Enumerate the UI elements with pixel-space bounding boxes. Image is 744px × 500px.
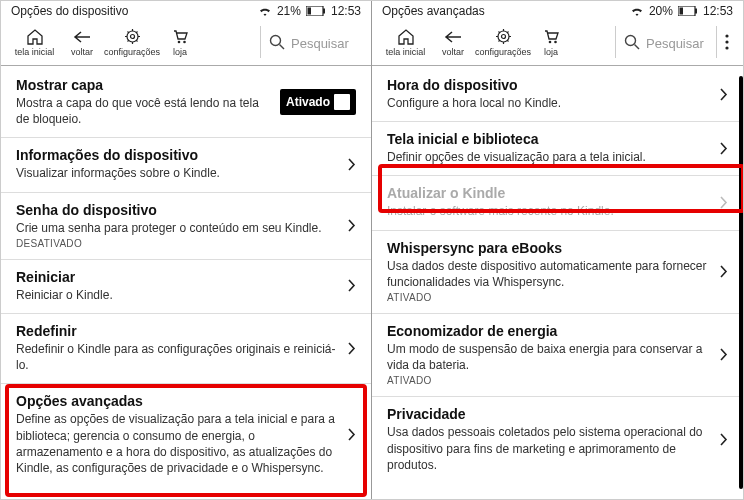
chevron-right-icon <box>347 218 356 233</box>
item-title: Economizador de energia <box>387 323 709 339</box>
svg-rect-9 <box>695 9 697 14</box>
settings-button[interactable]: configurações <box>473 27 533 57</box>
svg-point-5 <box>177 40 180 43</box>
status-title: Opções avançadas <box>382 4 630 18</box>
wifi-icon <box>258 6 272 17</box>
chevron-right-icon <box>719 432 728 447</box>
item-power-saver[interactable]: Economizador de energia Um modo de suspe… <box>372 314 743 397</box>
item-status: ATIVADO <box>387 375 709 386</box>
item-title: Informações do dispositivo <box>16 147 337 163</box>
item-advanced-options[interactable]: Opções avançadas Define as opções de vis… <box>1 384 371 486</box>
chevron-right-icon <box>719 141 728 156</box>
search-input[interactable] <box>646 34 716 51</box>
item-title: Tela inicial e biblioteca <box>387 131 709 147</box>
back-button[interactable]: voltar <box>433 27 473 57</box>
item-desc: Mostra a capa do que você está lendo na … <box>16 95 270 127</box>
toggle-knob <box>334 94 350 110</box>
search-input[interactable] <box>291 34 361 51</box>
item-privacy[interactable]: Privacidade Usa dados pessoais coletados… <box>372 397 743 483</box>
toolbar: tela inicial voltar configurações loja <box>372 21 743 66</box>
item-status: DESATIVADO <box>16 238 337 249</box>
svg-point-4 <box>130 35 134 39</box>
item-update-kindle: Atualizar o Kindle Instalar o software m… <box>372 176 743 230</box>
item-desc: Reiniciar o Kindle. <box>16 287 337 303</box>
svg-rect-1 <box>323 9 325 14</box>
svg-rect-2 <box>307 8 311 15</box>
gear-icon <box>495 27 512 46</box>
home-button[interactable]: tela inicial <box>7 27 62 57</box>
item-title: Redefinir <box>16 323 337 339</box>
item-desc: Configure a hora local no Kindle. <box>387 95 709 111</box>
wifi-icon <box>630 6 644 17</box>
svg-rect-10 <box>679 8 683 15</box>
battery-icon <box>306 6 326 16</box>
item-desc: Define as opções de visualização para a … <box>16 411 337 476</box>
item-desc: Visualizar informações sobre o Kindle. <box>16 165 337 181</box>
toggle-switch[interactable]: Ativado <box>280 89 356 115</box>
item-title: Atualizar o Kindle <box>387 185 709 201</box>
chevron-right-icon <box>719 195 728 210</box>
settings-button[interactable]: configurações <box>102 27 162 57</box>
svg-point-17 <box>725 40 728 43</box>
item-title: Hora do dispositivo <box>387 77 709 93</box>
battery-icon <box>678 6 698 16</box>
battery-pct: 21% <box>277 4 301 18</box>
search-box[interactable] <box>260 26 365 58</box>
item-device-info[interactable]: Informações do dispositivo Visualizar in… <box>1 138 371 192</box>
item-title: Senha do dispositivo <box>16 202 337 218</box>
more-vertical-icon <box>725 34 729 50</box>
store-button[interactable]: loja <box>533 27 569 57</box>
status-icons: 20% 12:53 <box>630 4 733 18</box>
svg-point-14 <box>554 40 557 43</box>
svg-point-7 <box>271 36 281 46</box>
search-box[interactable] <box>615 26 716 58</box>
item-desc: Usa dados deste dispositivo automaticame… <box>387 258 709 290</box>
overflow-menu-button[interactable] <box>716 26 737 58</box>
panel-advanced-options: Opções avançadas 20% 12:53 tela inicial … <box>372 1 743 499</box>
item-title: Whispersync para eBooks <box>387 240 709 256</box>
scrollbar[interactable] <box>739 76 743 489</box>
home-icon <box>26 27 44 46</box>
item-desc: Definir opções de visualização para a te… <box>387 149 709 165</box>
item-status: ATIVADO <box>387 292 709 303</box>
item-device-time[interactable]: Hora do dispositivo Configure a hora loc… <box>372 68 743 122</box>
panel-device-options: Opções do dispositivo 21% 12:53 tela ini… <box>1 1 372 499</box>
item-desc: Redefinir o Kindle para as configurações… <box>16 341 337 373</box>
store-button[interactable]: loja <box>162 27 198 57</box>
item-desc: Instalar o software mais recente no Kind… <box>387 203 709 219</box>
cart-icon <box>543 27 560 46</box>
item-whispersync[interactable]: Whispersync para eBooks Usa dados deste … <box>372 231 743 314</box>
svg-point-6 <box>183 40 186 43</box>
back-button[interactable]: voltar <box>62 27 102 57</box>
toolbar: tela inicial voltar configurações loja <box>1 21 371 66</box>
home-icon <box>397 27 415 46</box>
svg-point-13 <box>548 40 551 43</box>
status-time: 12:53 <box>331 4 361 18</box>
back-icon <box>73 27 91 46</box>
item-device-password[interactable]: Senha do dispositivo Crie uma senha para… <box>1 193 371 260</box>
item-desc: Usa dados pessoais coletados pelo sistem… <box>387 424 709 473</box>
chevron-right-icon <box>347 157 356 172</box>
search-icon <box>624 34 640 50</box>
item-restart[interactable]: Reiniciar Reiniciar o Kindle. <box>1 260 371 314</box>
search-icon <box>269 34 285 50</box>
chevron-right-icon <box>347 278 356 293</box>
svg-point-18 <box>725 46 728 49</box>
item-home-library[interactable]: Tela inicial e biblioteca Definir opções… <box>372 122 743 176</box>
chevron-right-icon <box>347 427 356 442</box>
item-show-cover[interactable]: Mostrar capa Mostra a capa do que você e… <box>1 68 371 138</box>
status-title: Opções do dispositivo <box>11 4 258 18</box>
item-title: Opções avançadas <box>16 393 337 409</box>
status-time: 12:53 <box>703 4 733 18</box>
settings-list: Hora do dispositivo Configure a hora loc… <box>372 66 743 499</box>
svg-point-15 <box>626 36 636 46</box>
home-button[interactable]: tela inicial <box>378 27 433 57</box>
gear-icon <box>124 27 141 46</box>
item-title: Reiniciar <box>16 269 337 285</box>
item-desc: Um modo de suspensão de baixa energia pa… <box>387 341 709 373</box>
svg-point-12 <box>501 35 505 39</box>
chevron-right-icon <box>347 341 356 356</box>
item-reset[interactable]: Redefinir Redefinir o Kindle para as con… <box>1 314 371 384</box>
cart-icon <box>172 27 189 46</box>
chevron-right-icon <box>719 347 728 362</box>
